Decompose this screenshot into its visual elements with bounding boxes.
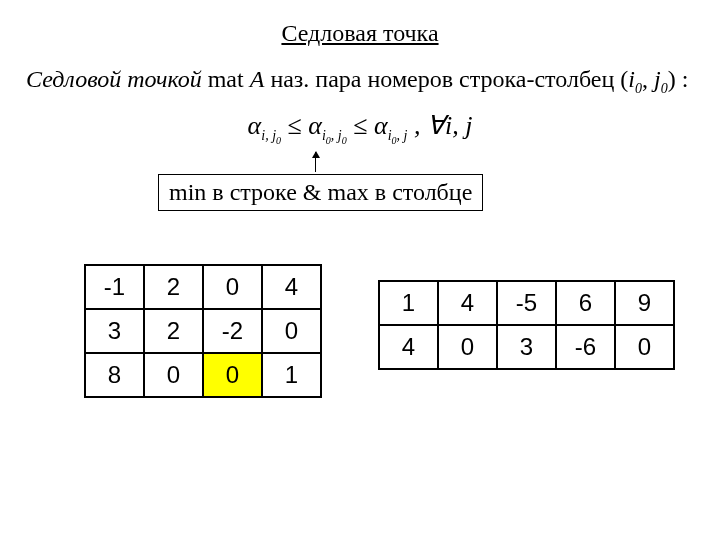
forall-symbol: ∀	[427, 111, 445, 140]
table-row: 1 4 -5 6 9	[379, 281, 674, 325]
slide-title: Седловая точка	[0, 20, 720, 47]
cell: 4	[379, 325, 438, 369]
def-post1: наз. пара номеров строка-столбец (	[264, 66, 628, 92]
def-term: Седловой точкой	[26, 66, 202, 92]
def-var-A: A	[250, 66, 265, 92]
alpha3: α	[374, 111, 388, 140]
definition-text: Седловой точкой mat A наз. пара номеров …	[26, 64, 694, 98]
punct: ,	[407, 111, 427, 140]
cell: 3	[85, 309, 144, 353]
tail-c: ,	[452, 111, 465, 140]
def-mid: mat	[202, 66, 250, 92]
matrix-A: -1 2 0 4 3 2 -2 0 8 0 0 1	[84, 264, 322, 398]
cell: 0	[615, 325, 674, 369]
table-row: 3 2 -2 0	[85, 309, 321, 353]
table-row: 4 0 3 -6 0	[379, 325, 674, 369]
cell: 1	[262, 353, 321, 397]
arrow-up-icon	[315, 152, 316, 172]
cell: 0	[262, 309, 321, 353]
cell: 9	[615, 281, 674, 325]
table-row: -1 2 0 4	[85, 265, 321, 309]
cell: 4	[262, 265, 321, 309]
cell: 4	[438, 281, 497, 325]
cell: -1	[85, 265, 144, 309]
cell: 0	[438, 325, 497, 369]
tail-j: j	[465, 111, 472, 140]
def-j-sub: 0	[661, 81, 668, 96]
cell: -5	[497, 281, 556, 325]
f2-c: ,	[331, 128, 338, 143]
cell: 0	[203, 265, 262, 309]
def-i: i	[628, 66, 635, 92]
def-comma: ,	[642, 66, 654, 92]
cell: -6	[556, 325, 615, 369]
alpha2: α	[308, 111, 322, 140]
saddle-cell: 0	[203, 353, 262, 397]
cell: -2	[203, 309, 262, 353]
saddle-condition-box: min в строке & max в столбце	[158, 174, 483, 211]
central-formula: αi, j0 ≤ αi0, j0 ≤ αi0, j , ∀i, j	[0, 110, 720, 146]
cell: 0	[144, 353, 203, 397]
table-row: 8 0 0 1	[85, 353, 321, 397]
def-i-sub: 0	[635, 81, 642, 96]
le1: ≤	[281, 111, 308, 140]
cell: 3	[497, 325, 556, 369]
cell: 8	[85, 353, 144, 397]
alpha1: α	[248, 111, 262, 140]
def-j: j	[654, 66, 661, 92]
cell: 6	[556, 281, 615, 325]
def-post2: ) :	[668, 66, 689, 92]
f3-c: ,	[397, 128, 404, 143]
cell: 2	[144, 265, 203, 309]
cell: 1	[379, 281, 438, 325]
cell: 2	[144, 309, 203, 353]
matrix-B: 1 4 -5 6 9 4 0 3 -6 0	[378, 280, 675, 370]
le2: ≤	[347, 111, 374, 140]
